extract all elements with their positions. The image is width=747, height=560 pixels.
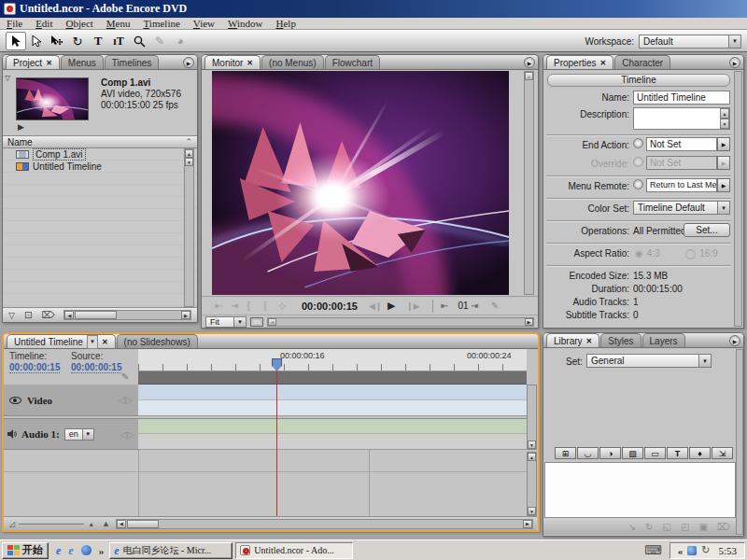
chevron-down-icon[interactable] <box>233 317 246 327</box>
chevron-down-icon[interactable] <box>717 202 729 214</box>
new-item-icon[interactable] <box>24 310 32 320</box>
panel-menu-button[interactable] <box>729 335 740 346</box>
track-collapse-icons[interactable] <box>120 429 134 440</box>
audio-track-header[interactable]: Audio 1: en <box>4 418 138 450</box>
tray-update-icon[interactable] <box>701 544 710 556</box>
filter-layer-sets-icon[interactable] <box>644 447 666 459</box>
delete-icon[interactable] <box>41 310 54 320</box>
tray-collapse-icon[interactable] <box>678 545 684 556</box>
filter-backgrounds-icon[interactable] <box>622 447 643 459</box>
collapse-preview-icon[interactable] <box>5 74 10 82</box>
replace-item-icon[interactable] <box>645 522 653 532</box>
filter-buttons-icon[interactable] <box>577 447 599 459</box>
tab-dropdown-icon[interactable] <box>87 335 98 349</box>
pickwhip-icon[interactable] <box>633 179 643 189</box>
pickwhip-icon[interactable] <box>633 138 643 148</box>
scroll-up-icon[interactable] <box>528 453 536 461</box>
edit-original-tool-button[interactable] <box>149 32 170 50</box>
zoom-slider[interactable] <box>19 524 84 525</box>
operations-set-button[interactable]: Set... <box>684 223 730 237</box>
tray-clock[interactable]: 5:53 <box>714 545 737 556</box>
title-bar[interactable]: Untitled.ncor - Adobe Encore DVD <box>0 0 747 18</box>
name-column-header[interactable]: Name <box>3 135 197 148</box>
tab-flowchart[interactable]: Flowchart <box>325 55 380 69</box>
selection-tool-button[interactable] <box>6 32 26 50</box>
tab-menus[interactable]: Menus <box>61 55 104 69</box>
menu-help[interactable]: Help <box>269 18 302 29</box>
direct-select-tool-button[interactable] <box>26 32 47 50</box>
description-spinner[interactable] <box>720 108 729 129</box>
audio-language-dropdown[interactable]: en <box>64 428 94 441</box>
monitor-horizontal-scrollbar[interactable] <box>267 317 534 327</box>
scroll-up-icon[interactable] <box>525 72 533 80</box>
close-tab-icon[interactable] <box>102 336 108 348</box>
scroll-down-icon[interactable] <box>185 158 193 166</box>
zoom-out-icon[interactable] <box>9 520 15 528</box>
description-field[interactable] <box>633 107 730 130</box>
new-item-icon[interactable] <box>681 522 689 532</box>
previous-frame-icon[interactable] <box>369 301 388 311</box>
timeline-ruler[interactable]: 00:00:00:16 00:00:00:24 <box>138 349 527 371</box>
next-frame-icon[interactable] <box>406 301 425 311</box>
play-icon[interactable] <box>388 300 406 312</box>
project-horizontal-scrollbar[interactable] <box>63 310 191 320</box>
start-button[interactable]: 开始 <box>2 542 49 559</box>
chapter-marker-band[interactable] <box>138 371 527 385</box>
filter-images-icon[interactable] <box>599 447 621 459</box>
video-track-row-lower[interactable] <box>138 400 527 416</box>
menu-menu[interactable]: Menu <box>100 18 137 29</box>
tab-monitor[interactable]: Monitor <box>204 55 261 69</box>
taskbar-task-encore-active[interactable]: Untitled.ncor - Ado... <box>235 542 353 559</box>
menu-file[interactable]: File <box>0 18 29 29</box>
filter-text-icon[interactable] <box>667 447 688 459</box>
video-preview[interactable] <box>212 71 509 295</box>
library-set-dropdown[interactable]: General <box>586 354 712 368</box>
monitor-timecode[interactable]: 00:00:00:15 <box>302 301 358 312</box>
scroll-left-icon[interactable] <box>268 318 276 326</box>
add-chapter-icon[interactable] <box>491 301 499 311</box>
tab-untitled-timeline[interactable]: Untitled Timeline <box>7 334 116 348</box>
trim-out-icon[interactable] <box>262 301 278 311</box>
add-chapter-icon[interactable] <box>121 371 129 382</box>
spin-up-icon[interactable] <box>720 108 729 119</box>
monitor-vertical-scrollbar[interactable] <box>524 71 534 295</box>
next-chapter-icon[interactable] <box>471 301 486 311</box>
tab-no-menus[interactable]: (no Menus) <box>261 55 324 69</box>
tab-no-slideshows[interactable]: (no Slideshows) <box>117 334 198 348</box>
new-menu-icon[interactable] <box>663 522 671 532</box>
workspace-dropdown[interactable]: Default <box>639 35 741 49</box>
scroll-left-icon[interactable] <box>64 311 74 319</box>
filter-menus-icon[interactable] <box>555 447 576 459</box>
zoom-in-icon[interactable] <box>102 519 110 528</box>
library-item-list[interactable] <box>544 462 736 518</box>
menu-timeline[interactable]: Timeline <box>137 18 187 29</box>
add-item-icon[interactable] <box>698 522 707 532</box>
filter-assets-icon[interactable] <box>8 311 15 320</box>
close-tab-icon[interactable] <box>247 57 253 69</box>
sort-ascending-icon[interactable] <box>185 137 192 147</box>
tray-messenger-icon[interactable] <box>687 546 697 555</box>
chevron-down-icon[interactable] <box>728 35 740 48</box>
close-tab-icon[interactable] <box>586 335 593 347</box>
scroll-right-icon[interactable] <box>181 311 190 319</box>
filter-replacement-icon[interactable] <box>712 447 733 459</box>
trim-in-icon[interactable] <box>247 301 262 311</box>
track-visibility-eye-icon[interactable] <box>9 397 21 404</box>
color-set-dropdown[interactable]: Timeline Default <box>633 201 730 215</box>
tab-styles[interactable]: Styles <box>600 333 641 347</box>
scroll-left-icon[interactable] <box>117 520 126 528</box>
quicklaunch-messenger-icon[interactable] <box>81 545 92 555</box>
timeline-horizontal-scrollbar[interactable] <box>116 519 533 529</box>
tab-library[interactable]: Library <box>546 333 599 347</box>
chevron-down-icon[interactable] <box>82 429 93 440</box>
name-field[interactable]: Untitled Timeline <box>633 91 730 105</box>
scroll-up-icon[interactable] <box>185 149 193 158</box>
spin-down-icon[interactable] <box>720 119 729 129</box>
timeline-vertical-scrollbar-lower[interactable] <box>527 452 537 516</box>
menu-remote-field[interactable]: Return to Last Menu <box>646 178 717 192</box>
tab-character[interactable]: Character <box>614 55 670 69</box>
goto-in-point-icon[interactable] <box>215 301 231 311</box>
source-timecode[interactable]: 00:00:00:15 <box>71 362 121 373</box>
video-track-header[interactable]: Video <box>4 385 138 416</box>
delete-icon[interactable] <box>717 522 730 532</box>
